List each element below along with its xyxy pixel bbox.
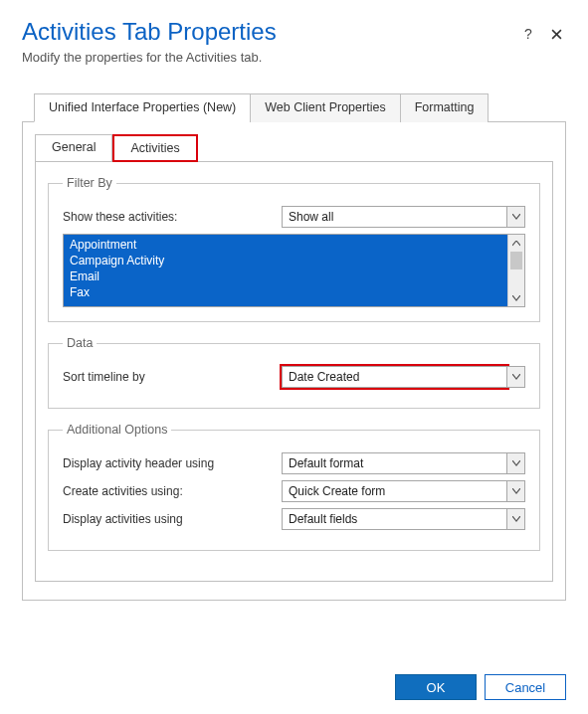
create-activities-select[interactable]: Quick Create form: [282, 480, 507, 502]
data-legend: Data: [63, 336, 97, 350]
activities-listbox[interactable]: Appointment Campaign Activity Email Fax: [63, 234, 525, 307]
subtab-general[interactable]: General: [35, 134, 112, 162]
help-icon[interactable]: ?: [518, 24, 538, 44]
scroll-thumb[interactable]: [510, 252, 522, 269]
additional-options-group: Additional Options Display activity head…: [48, 423, 540, 551]
filter-by-legend: Filter By: [63, 176, 116, 190]
display-activities-label: Display activities using: [63, 512, 282, 526]
subtab-activities[interactable]: Activities: [112, 134, 197, 162]
dialog-footer: OK Cancel: [395, 674, 566, 700]
listbox-scrollbar[interactable]: [507, 235, 524, 306]
list-item[interactable]: Email: [64, 268, 507, 284]
dialog-title: Activities Tab Properties: [22, 18, 510, 46]
list-item[interactable]: Fax: [64, 284, 507, 300]
sort-timeline-dropdown-button[interactable]: [507, 366, 525, 388]
dialog-subtitle: Modify the properties for the Activities…: [22, 50, 566, 65]
sort-timeline-label: Sort timeline by: [63, 370, 282, 384]
display-header-label: Display activity header using: [63, 456, 282, 470]
main-tabs: Unified Interface Properties (New) Web C…: [22, 92, 566, 122]
create-activities-label: Create activities using:: [63, 484, 282, 498]
list-item[interactable]: Campaign Activity: [64, 253, 507, 268]
cancel-button[interactable]: Cancel: [485, 674, 566, 700]
subtab-panel: Filter By Show these activities: Show al…: [35, 161, 553, 582]
show-activities-label: Show these activities:: [63, 210, 282, 224]
additional-options-legend: Additional Options: [63, 423, 171, 437]
subtabs: General Activities: [35, 134, 553, 162]
tab-unified-interface[interactable]: Unified Interface Properties (New): [34, 93, 251, 122]
close-icon[interactable]: [546, 24, 566, 44]
show-activities-select[interactable]: Show all: [282, 206, 507, 228]
tab-formatting[interactable]: Formatting: [400, 93, 490, 122]
properties-dialog: Activities Tab Properties ? Modify the p…: [0, 0, 588, 601]
scroll-down-icon[interactable]: [508, 289, 524, 306]
show-activities-dropdown-button[interactable]: [507, 206, 525, 228]
filter-by-group: Filter By Show these activities: Show al…: [48, 176, 540, 322]
tab-web-client[interactable]: Web Client Properties: [250, 93, 400, 122]
create-activities-dropdown-button[interactable]: [507, 480, 525, 502]
sort-timeline-select[interactable]: Date Created: [282, 366, 507, 388]
display-header-select[interactable]: Default format: [282, 452, 507, 474]
display-activities-select[interactable]: Default fields: [282, 508, 507, 530]
data-group: Data Sort timeline by Date Created: [48, 336, 540, 409]
tab-panel: General Activities Filter By Show these …: [22, 122, 566, 601]
scroll-up-icon[interactable]: [508, 235, 524, 252]
display-activities-dropdown-button[interactable]: [507, 508, 525, 530]
ok-button[interactable]: OK: [395, 674, 477, 700]
list-item[interactable]: Appointment: [64, 237, 507, 253]
display-header-dropdown-button[interactable]: [507, 452, 525, 474]
